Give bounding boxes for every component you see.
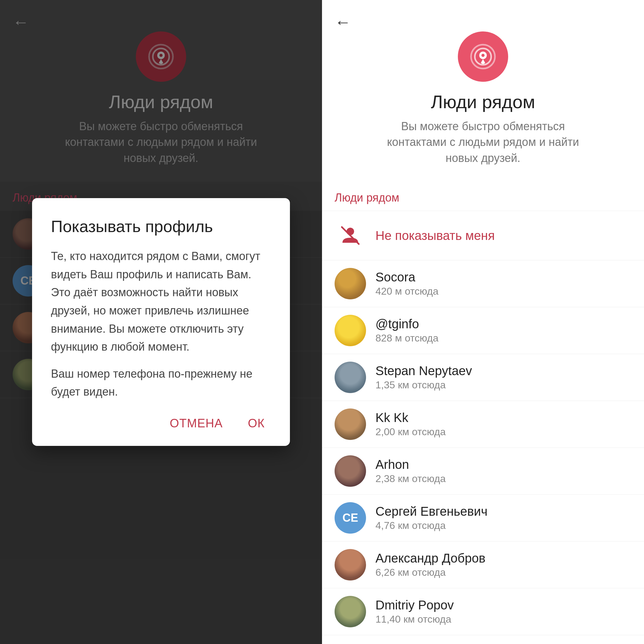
item-distance: 2,00 км отсюда: [375, 426, 446, 438]
right-back-button[interactable]: ←: [335, 13, 351, 31]
avatar-dmitriy: [335, 596, 366, 627]
avatar-alex: [335, 549, 366, 580]
modal-body-p2: Ваш номер телефона по-прежнему не будет …: [51, 365, 271, 401]
modal-body-p1: Те, кто находится рядом с Вами, смогут в…: [51, 247, 271, 356]
list-item-sergei[interactable]: CE Сергей Евгеньевич 4,76 км отсюда: [322, 495, 644, 541]
avatar-stepan: [335, 362, 366, 393]
svg-point-8: [347, 228, 354, 235]
item-distance: 1,35 км отсюда: [375, 379, 472, 391]
item-name: Arhon: [375, 458, 446, 472]
modal-overlay[interactable]: Показывать профиль Те, кто находится ряд…: [0, 0, 322, 644]
not-show-label: Не показывать меня: [375, 229, 495, 243]
item-name: Александр Добров: [375, 551, 486, 565]
item-distance: 11,40 км отсюда: [375, 613, 454, 625]
list-item-dmitriy[interactable]: Dmitriy Popov 11,40 км отсюда: [322, 588, 644, 635]
list-item-stepan[interactable]: Stepan Nepytaev 1,35 км отсюда: [322, 354, 644, 401]
item-name: Kk Kk: [375, 411, 446, 425]
item-distance: 828 м отсюда: [375, 332, 438, 344]
svg-point-7: [481, 54, 485, 57]
list-item-tginfo[interactable]: @tginfo 828 м отсюда: [322, 307, 644, 354]
avatar-arhon: [335, 455, 366, 487]
right-location-icon: [458, 31, 508, 82]
list-item-socora[interactable]: Socora 420 м отсюда: [322, 260, 644, 307]
modal-dialog: Показывать профиль Те, кто находится ряд…: [32, 198, 290, 446]
modal-body: Те, кто находится рядом с Вами, смогут в…: [51, 247, 271, 401]
list-item-kk[interactable]: Kk Kk 2,00 км отсюда: [322, 401, 644, 448]
right-people-list[interactable]: Не показывать меня Socora 420 м отсюда @…: [322, 211, 644, 644]
avatar-sergei: CE: [335, 502, 366, 534]
item-name: Сергей Евгеньевич: [375, 504, 487, 519]
modal-title: Показывать профиль: [51, 217, 271, 236]
avatar-kk: [335, 408, 366, 440]
item-name: Stepan Nepytaev: [375, 364, 472, 378]
list-item-arhon[interactable]: Arhon 2,38 км отсюда: [322, 448, 644, 495]
right-panel: ← Люди рядом Вы можете быстро обменяться…: [322, 0, 644, 644]
item-name: Socora: [375, 270, 438, 284]
right-header: ← Люди рядом Вы можете быстро обменяться…: [322, 0, 644, 182]
list-item-alex[interactable]: Александр Добров 6,26 км отсюда: [322, 541, 644, 588]
item-distance: 2,38 км отсюда: [375, 473, 446, 485]
modal-ok-button[interactable]: ОК: [241, 414, 271, 433]
item-name: Dmitriy Popov: [375, 598, 454, 612]
right-header-title: Люди рядом: [431, 91, 535, 112]
modal-actions: ОТМЕНА ОК: [51, 414, 271, 433]
avatar-socora: [335, 268, 366, 299]
not-show-icon: [335, 220, 366, 251]
item-distance: 4,76 км отсюда: [375, 520, 487, 531]
item-distance: 6,26 км отсюда: [375, 567, 486, 578]
not-show-me-row[interactable]: Не показывать меня: [322, 211, 644, 260]
avatar-tginfo: [335, 315, 366, 346]
right-header-subtitle: Вы можете быстро обменяться контактами с…: [373, 119, 593, 166]
left-panel: ← Люди рядом Вы можете быстро обменяться…: [0, 0, 322, 644]
item-distance: 420 м отсюда: [375, 286, 438, 297]
item-name: @tginfo: [375, 317, 438, 331]
right-section-label: Люди рядом: [322, 182, 644, 211]
modal-cancel-button[interactable]: ОТМЕНА: [164, 414, 229, 433]
